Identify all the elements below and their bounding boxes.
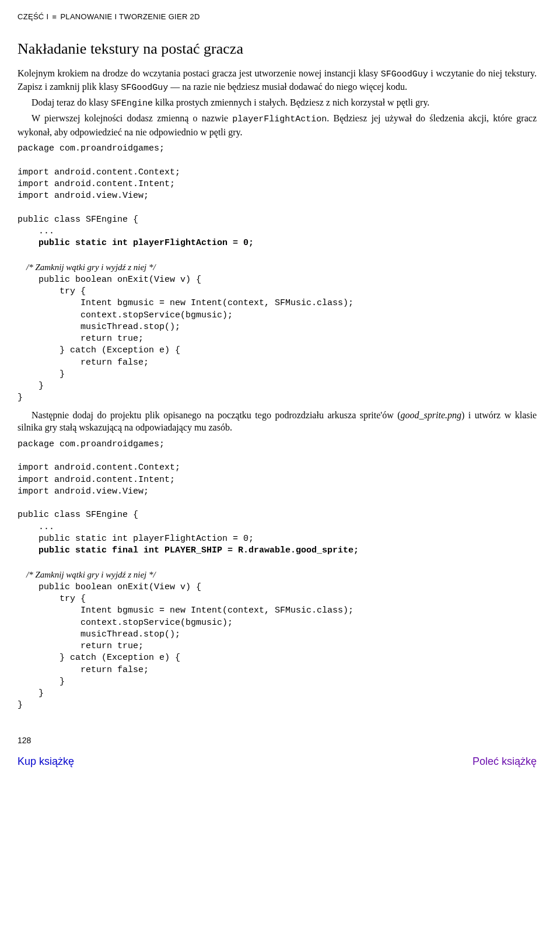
code-line: Intent bgmusic = new Intent(context, SFM… bbox=[18, 606, 354, 615]
text: Dodaj teraz do klasy bbox=[32, 97, 111, 107]
page-number: 128 bbox=[18, 735, 537, 746]
code-block-2: package com.proandroidgames; import andr… bbox=[18, 439, 537, 712]
inline-code: SFEngine bbox=[111, 99, 153, 109]
code-line: context.stopService(bgmusic); bbox=[18, 618, 233, 628]
recommend-book-link[interactable]: Poleć książkę bbox=[473, 754, 537, 768]
header-separator-icon: ■ bbox=[52, 12, 57, 21]
paragraph-2: Dodaj teraz do klasy SFEngine kilka pros… bbox=[18, 96, 537, 110]
code-line: Intent bgmusic = new Intent(context, SFM… bbox=[18, 298, 354, 308]
code-line: package com.proandroidgames; bbox=[18, 439, 164, 449]
code-line: try { bbox=[18, 286, 86, 296]
page-header: CZĘŚĆ I ■ PLANOWANIE I TWORZENIE GIER 2D bbox=[18, 12, 537, 22]
inline-code: SFGoodGuy bbox=[381, 69, 428, 79]
text: W pierwszej kolejności dodasz zmienną o … bbox=[32, 113, 232, 123]
buy-book-link[interactable]: Kup książkę bbox=[18, 754, 74, 768]
code-line: } bbox=[18, 369, 65, 379]
code-line: } catch (Exception e) { bbox=[18, 345, 180, 355]
code-line: return true; bbox=[18, 641, 144, 651]
code-line: } bbox=[18, 393, 23, 403]
text: Kolejnym krokiem na drodze do wczytania … bbox=[18, 68, 381, 78]
code-line: public boolean onExit(View v) { bbox=[18, 275, 201, 285]
code-line: import android.view.View; bbox=[18, 487, 149, 496]
code-line: import android.content.Context; bbox=[18, 463, 180, 473]
code-line: public boolean onExit(View v) { bbox=[18, 582, 201, 592]
inline-code: SFGoodGuy bbox=[121, 83, 168, 93]
code-line: return false; bbox=[18, 665, 149, 675]
italic-text: good_sprite.png bbox=[401, 410, 461, 420]
code-line: package com.proandroidgames; bbox=[18, 144, 164, 153]
code-comment: /* Zamknij wątki gry i wyjdź z niej */ bbox=[18, 263, 156, 272]
inline-code: playerFlightAction bbox=[232, 114, 327, 124]
code-line: import android.content.Intent; bbox=[18, 179, 175, 189]
paragraph-3: W pierwszej kolejności dodasz zmienną o … bbox=[18, 112, 537, 138]
code-line: } bbox=[18, 381, 44, 391]
code-block-1: package com.proandroidgames; import andr… bbox=[18, 143, 537, 404]
code-line: } bbox=[18, 700, 23, 710]
code-line-bold: public static final int PLAYER_SHIP = R.… bbox=[18, 545, 359, 555]
code-comment: /* Zamknij wątki gry i wyjdź z niej */ bbox=[18, 570, 156, 579]
code-line: public class SFEngine { bbox=[18, 215, 138, 225]
code-line: context.stopService(bgmusic); bbox=[18, 310, 233, 320]
code-line: } bbox=[18, 677, 65, 687]
header-part: CZĘŚĆ I bbox=[18, 12, 48, 21]
text: kilka prostych zmiennych i stałych. Będz… bbox=[153, 97, 429, 107]
code-line: try { bbox=[18, 594, 86, 604]
code-line: ... bbox=[18, 522, 54, 532]
header-title: PLANOWANIE I TWORZENIE GIER 2D bbox=[60, 12, 200, 21]
code-line: musicThread.stop(); bbox=[18, 629, 180, 639]
text: — na razie nie będziesz musiał dodawać d… bbox=[168, 82, 407, 92]
code-line: import android.content.Context; bbox=[18, 167, 180, 177]
code-line: return false; bbox=[18, 358, 149, 368]
paragraph-4: Następnie dodaj do projektu plik opisane… bbox=[18, 409, 537, 434]
code-line: import android.content.Intent; bbox=[18, 475, 175, 485]
code-line-bold: public static int playerFlightAction = 0… bbox=[18, 238, 254, 248]
text: Następnie dodaj do projektu plik opisane… bbox=[32, 410, 401, 420]
code-line: } bbox=[18, 688, 44, 698]
paragraph-1: Kolejnym krokiem na drodze do wczytania … bbox=[18, 67, 537, 95]
section-title: Nakładanie tekstury na postać gracza bbox=[18, 39, 537, 59]
code-line: import android.view.View; bbox=[18, 191, 149, 201]
footer-links: Kup książkę Poleć książkę bbox=[18, 754, 537, 768]
code-line: public static int playerFlightAction = 0… bbox=[18, 534, 254, 544]
code-line: ... bbox=[18, 226, 54, 236]
code-line: public class SFEngine { bbox=[18, 510, 138, 520]
code-line: } catch (Exception e) { bbox=[18, 653, 180, 663]
code-line: return true; bbox=[18, 334, 144, 344]
code-line: musicThread.stop(); bbox=[18, 322, 180, 332]
